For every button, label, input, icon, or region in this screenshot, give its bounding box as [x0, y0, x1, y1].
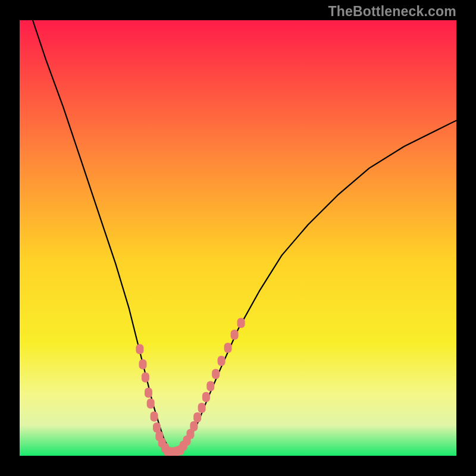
- marker-dot: [198, 403, 206, 413]
- watermark-text: TheBottleneck.com: [328, 4, 456, 20]
- chart-svg: [20, 20, 456, 456]
- marker-dot: [193, 412, 201, 422]
- marker-dot: [151, 412, 158, 422]
- marker-dot: [190, 421, 198, 431]
- outer-frame: TheBottleneck.com: [0, 0, 476, 476]
- marker-dot: [231, 330, 239, 340]
- marker-dot: [139, 359, 147, 369]
- marker-dot: [237, 318, 245, 328]
- marker-dots: [136, 318, 245, 456]
- marker-dot: [145, 387, 152, 397]
- marker-dot: [206, 381, 214, 391]
- marker-dot: [224, 343, 232, 353]
- marker-dot: [153, 422, 161, 433]
- bottleneck-curve: [33, 20, 456, 452]
- plot-area: [20, 20, 456, 456]
- marker-dot: [202, 392, 210, 402]
- marker-dot: [136, 344, 143, 354]
- marker-dot: [212, 369, 220, 379]
- marker-dot: [142, 372, 149, 383]
- marker-dot: [218, 356, 226, 366]
- marker-dot: [147, 399, 155, 409]
